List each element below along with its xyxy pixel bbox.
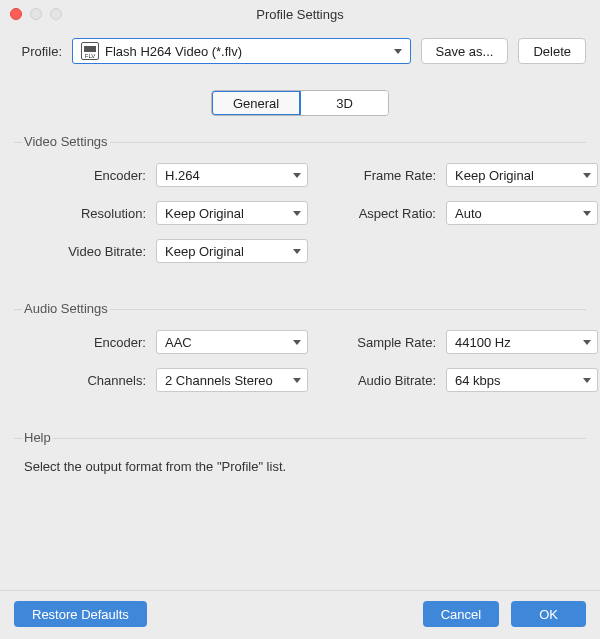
window-controls [10, 8, 62, 20]
tab-3d[interactable]: 3D [300, 91, 388, 115]
window-minimize-button[interactable] [30, 8, 42, 20]
frame-rate-value: Keep Original [455, 168, 534, 183]
profile-select-value: Flash H264 Video (*.flv) [105, 44, 242, 59]
frame-rate-label: Frame Rate: [318, 168, 436, 183]
profile-row: Profile: FLV Flash H264 Video (*.flv) Sa… [0, 28, 600, 64]
resolution-value: Keep Original [165, 206, 244, 221]
tab-bar: General 3D [0, 90, 600, 116]
titlebar: Profile Settings [0, 0, 600, 28]
channels-label: Channels: [14, 373, 146, 388]
sample-rate-label: Sample Rate: [318, 335, 436, 350]
chevron-down-icon [293, 340, 301, 345]
cancel-button[interactable]: Cancel [423, 601, 499, 627]
audio-bitrate-select[interactable]: 64 kbps [446, 368, 598, 392]
audio-settings-group: Audio Settings Encoder: AAC Sample Rate:… [14, 309, 586, 392]
chevron-down-icon [583, 173, 591, 178]
chevron-down-icon [293, 378, 301, 383]
channels-select[interactable]: 2 Channels Stereo [156, 368, 308, 392]
video-encoder-value: H.264 [165, 168, 200, 183]
sample-rate-value: 44100 Hz [455, 335, 511, 350]
video-bitrate-select[interactable]: Keep Original [156, 239, 308, 263]
window-close-button[interactable] [10, 8, 22, 20]
window-zoom-button[interactable] [50, 8, 62, 20]
video-encoder-label: Encoder: [14, 168, 146, 183]
video-bitrate-label: Video Bitrate: [14, 244, 146, 259]
video-settings-label: Video Settings [22, 134, 110, 149]
sample-rate-select[interactable]: 44100 Hz [446, 330, 598, 354]
chevron-down-icon [583, 211, 591, 216]
audio-settings-label: Audio Settings [22, 301, 110, 316]
restore-defaults-button[interactable]: Restore Defaults [14, 601, 147, 627]
aspect-ratio-select[interactable]: Auto [446, 201, 598, 225]
chevron-down-icon [583, 378, 591, 383]
profile-select[interactable]: FLV Flash H264 Video (*.flv) [72, 38, 411, 64]
footer: Restore Defaults Cancel OK [0, 590, 600, 639]
tab-general[interactable]: General [212, 91, 300, 115]
video-encoder-select[interactable]: H.264 [156, 163, 308, 187]
chevron-down-icon [293, 173, 301, 178]
resolution-select[interactable]: Keep Original [156, 201, 308, 225]
aspect-ratio-value: Auto [455, 206, 482, 221]
frame-rate-select[interactable]: Keep Original [446, 163, 598, 187]
audio-encoder-value: AAC [165, 335, 192, 350]
audio-bitrate-value: 64 kbps [455, 373, 501, 388]
help-group: Help Select the output format from the "… [14, 438, 586, 474]
channels-value: 2 Channels Stereo [165, 373, 273, 388]
flv-icon: FLV [81, 42, 99, 60]
chevron-down-icon [394, 49, 402, 54]
help-text: Select the output format from the "Profi… [14, 439, 586, 474]
aspect-ratio-label: Aspect Ratio: [318, 206, 436, 221]
help-label: Help [22, 430, 53, 445]
audio-encoder-select[interactable]: AAC [156, 330, 308, 354]
delete-button[interactable]: Delete [518, 38, 586, 64]
chevron-down-icon [293, 211, 301, 216]
profile-label: Profile: [14, 44, 62, 59]
chevron-down-icon [583, 340, 591, 345]
resolution-label: Resolution: [14, 206, 146, 221]
window-title: Profile Settings [256, 7, 343, 22]
ok-button[interactable]: OK [511, 601, 586, 627]
video-settings-group: Video Settings Encoder: H.264 Frame Rate… [14, 142, 586, 263]
video-bitrate-value: Keep Original [165, 244, 244, 259]
audio-encoder-label: Encoder: [14, 335, 146, 350]
audio-bitrate-label: Audio Bitrate: [318, 373, 436, 388]
chevron-down-icon [293, 249, 301, 254]
save-as-button[interactable]: Save as... [421, 38, 509, 64]
